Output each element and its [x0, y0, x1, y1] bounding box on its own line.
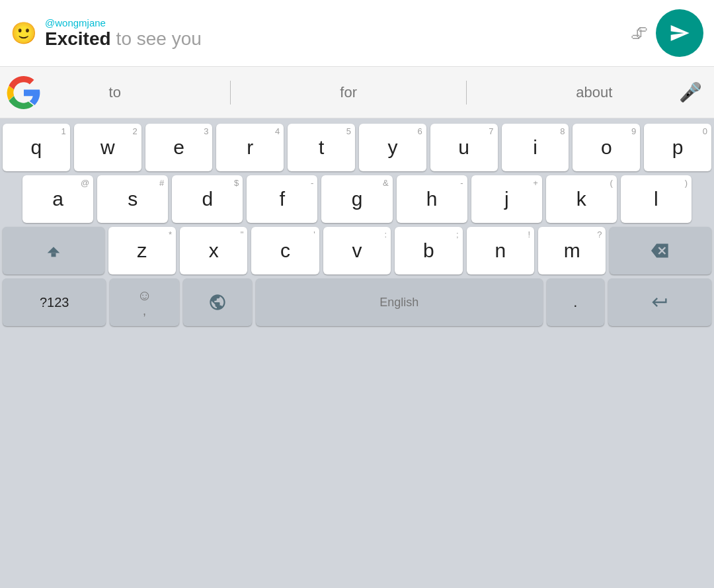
- input-username: @wongmjane: [45, 17, 623, 28]
- emoji-icon: 🙂: [11, 21, 37, 46]
- key-v[interactable]: :v: [323, 227, 391, 274]
- shift-key[interactable]: [3, 227, 104, 274]
- key-w[interactable]: 2w: [74, 124, 141, 171]
- key-x[interactable]: "x: [180, 227, 247, 274]
- num-key[interactable]: ?123: [3, 278, 106, 326]
- attachment-icon[interactable]: 🖇: [631, 23, 648, 44]
- key-p[interactable]: 0p: [644, 124, 711, 171]
- space-key[interactable]: English: [256, 278, 543, 326]
- input-message: Excited to see you: [45, 28, 623, 50]
- key-y[interactable]: 6y: [359, 124, 426, 171]
- key-k[interactable]: (k: [546, 175, 617, 223]
- key-q[interactable]: 1q: [3, 124, 70, 171]
- google-logo: [7, 75, 41, 110]
- message-bold: Excited: [45, 28, 111, 50]
- mic-icon[interactable]: 🎤: [674, 76, 707, 108]
- suggestion-divider-2: [466, 81, 467, 105]
- enter-key[interactable]: [608, 278, 711, 326]
- key-m[interactable]: ?m: [538, 227, 606, 274]
- key-b[interactable]: ;b: [395, 227, 462, 274]
- key-c[interactable]: 'c: [251, 227, 319, 274]
- key-h[interactable]: -h: [397, 175, 467, 223]
- svg-rect-0: [51, 253, 56, 257]
- key-j[interactable]: +j: [471, 175, 542, 223]
- key-e[interactable]: 3e: [145, 124, 213, 171]
- key-a[interactable]: @a: [22, 175, 93, 223]
- suggestion-to[interactable]: to: [96, 77, 134, 108]
- key-n[interactable]: !n: [467, 227, 534, 274]
- key-r[interactable]: 4r: [216, 124, 284, 171]
- input-bar: 🙂 @wongmjane Excited to see you 🖇: [0, 0, 714, 67]
- comma-label: ,: [143, 304, 146, 318]
- suggestions-bar: to for about 🎤: [0, 67, 714, 118]
- key-z[interactable]: *z: [108, 227, 176, 274]
- suggestion-for[interactable]: for: [327, 77, 370, 108]
- key-row-4: ?123 ☺ , English .: [3, 278, 711, 326]
- key-l[interactable]: )l: [621, 175, 692, 223]
- key-f[interactable]: -f: [247, 175, 317, 223]
- key-s[interactable]: #s: [97, 175, 168, 223]
- key-row-3: *z "x 'c :v ;b !n ?m: [3, 227, 711, 274]
- emoji-face-icon: ☺: [137, 287, 151, 304]
- input-text-area[interactable]: @wongmjane Excited to see you: [45, 17, 623, 50]
- suggestions-list: to for about: [48, 77, 674, 108]
- suggestion-about[interactable]: about: [563, 77, 625, 108]
- emoji-key[interactable]: ☺ ,: [110, 278, 178, 326]
- key-u[interactable]: 7u: [430, 124, 498, 171]
- send-button[interactable]: [656, 9, 703, 57]
- key-d[interactable]: $d: [172, 175, 243, 223]
- keyboard: 1q 2w 3e 4r 5t 6y 7u 8i 9o 0p @a #s $d -…: [0, 118, 714, 588]
- key-g[interactable]: &g: [321, 175, 392, 223]
- message-normal: to see you: [116, 28, 202, 50]
- key-i[interactable]: 8i: [502, 124, 569, 171]
- key-t[interactable]: 5t: [288, 124, 355, 171]
- key-row-2: @a #s $d -f &g -h +j (k )l: [3, 175, 711, 223]
- backspace-key[interactable]: [610, 227, 711, 274]
- globe-key[interactable]: [183, 278, 252, 326]
- period-key[interactable]: .: [547, 278, 604, 326]
- suggestion-divider-1: [230, 81, 231, 105]
- key-o[interactable]: 9o: [573, 124, 640, 171]
- key-row-1: 1q 2w 3e 4r 5t 6y 7u 8i 9o 0p: [3, 124, 711, 171]
